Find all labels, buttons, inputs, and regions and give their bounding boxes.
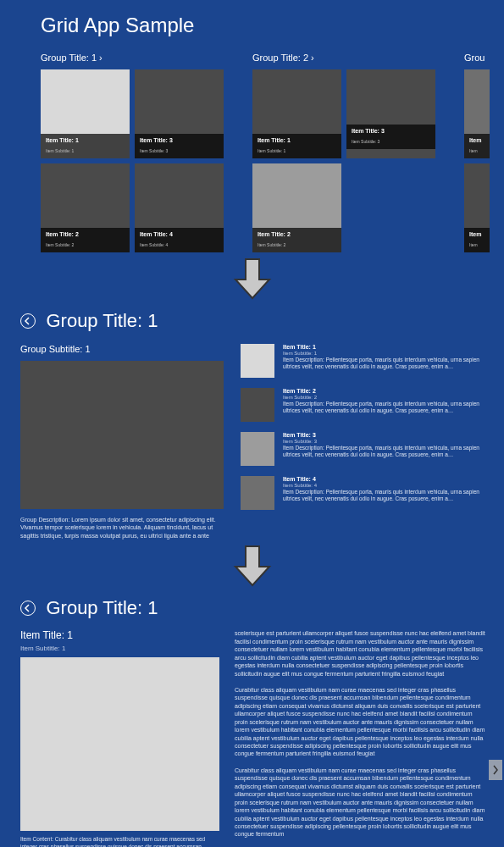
item-info: Item Title: 2 Item Subtitle: 2 Item Desc… [283,388,487,422]
grid-tile[interactable]: Item Title: 1 Item Subtitle: 1 [252,69,341,158]
tile-title: Item Title: 2 [258,231,336,237]
item-title: Item Title: 2 [283,388,487,394]
tile-title: Item [469,231,485,237]
item-subtitle: Item Subtitle: 2 [283,395,487,400]
item-paragraph: Curabitur class aliquam vestibulum nam c… [235,767,487,839]
group-subtitle: Group Subtitle: 1 [20,344,224,354]
tile-subtitle: Item [469,242,485,247]
group-header-1[interactable]: Group Title: 1 › [41,53,224,63]
tile-footer: Item Title: 2 Item Subtitle: 2 [41,228,130,252]
item-summary: Item Title: 1 Item Subtitle: 1 Item Cont… [20,629,219,847]
grid-tile[interactable]: Item Item [464,163,490,252]
grid-tile[interactable]: Item Title: 2 Item Subtitle: 2 [41,163,130,252]
tile-footer: Item Title: 3 Item Subtitle: 3 [346,125,435,149]
list-item[interactable]: Item Title: 4 Item Subtitle: 4 Item Desc… [241,476,487,510]
groups-row: Group Title: 1 › Item Title: 1 Item Subt… [41,53,504,252]
tile-footer: Item Title: 4 Item Subtitle: 4 [135,228,224,252]
tile-subtitle: Item Subtitle: 2 [46,242,125,247]
tile-title: Item Title: 1 [46,137,125,143]
tile-title: Item Title: 1 [258,137,336,143]
group-1: Group Title: 1 › Item Title: 1 Item Subt… [41,53,224,252]
tile-footer: Item Item [464,134,490,158]
grid-tile[interactable]: Item Title: 4 Item Subtitle: 4 [135,163,224,252]
arrow-left-icon [24,317,32,325]
group-3: Grou Item Item Item Item [464,53,490,252]
item-detail-group-title: Group Title: 1 [46,597,158,619]
tile-subtitle: Item Subtitle: 4 [140,242,219,247]
app-title: Grid App Sample [41,14,504,37]
item-subtitle: Item Subtitle: 1 [20,645,219,652]
list-item[interactable]: Item Title: 3 Item Subtitle: 3 Item Desc… [241,432,487,466]
grid-tile[interactable]: Item Item [464,69,490,158]
item-info: Item Title: 3 Item Subtitle: 3 Item Desc… [283,432,487,466]
tile-subtitle: Item [469,148,485,153]
item-paragraph: Curabitur class aliquam vestibulum nam c… [235,686,487,758]
list-item[interactable]: Item Title: 1 Item Subtitle: 1 Item Desc… [241,344,487,378]
grid-tile[interactable]: Item Title: 3 Item Subtitle: 3 [346,69,435,252]
group-image [20,361,224,509]
group-header-2[interactable]: Group Title: 2 › [252,53,435,63]
item-subtitle: Item Subtitle: 3 [283,439,487,444]
item-thumb [241,476,274,510]
item-title: Item Title: 3 [283,432,487,438]
group-3-grid: Item Item Item Item [464,69,490,252]
tile-subtitle: Item Subtitle: 1 [258,148,336,153]
tile-title: Item [469,137,485,143]
tile-subtitle: Item Subtitle: 1 [46,148,125,153]
tile-footer: Item Title: 1 Item Subtitle: 1 [41,134,130,158]
chevron-right-icon [492,765,499,775]
item-body-text: scelerisque est parturient ullamcorper a… [235,629,487,847]
grid-tile[interactable]: Item Title: 3 Item Subtitle: 3 [135,69,224,158]
item-subtitle: Item Subtitle: 1 [283,351,487,356]
tile-footer: Item Item [464,228,490,252]
group-1-grid: Item Title: 1 Item Subtitle: 1 Item Titl… [41,69,224,252]
item-paragraph: scelerisque est parturient ullamcorper a… [235,629,487,678]
tile-subtitle: Item Subtitle: 3 [140,148,219,153]
back-button[interactable] [20,313,36,329]
item-description: Item Description: Pellentesque porta, ma… [283,401,487,415]
tile-title: Item Title: 3 [140,137,219,143]
tile-title: Item Title: 2 [46,231,125,237]
item-thumb [241,432,274,466]
group-2: Group Title: 2 › Item Title: 1 Item Subt… [252,53,435,252]
tile-footer: Item Title: 2 Item Subtitle: 2 [252,228,341,252]
grid-tile[interactable]: Item Title: 2 Item Subtitle: 2 [252,163,341,252]
arrow-left-icon [24,604,32,612]
group-item-list: Item Title: 1 Item Subtitle: 1 Item Desc… [241,344,487,540]
group-summary: Group Subtitle: 1 Group Description: Lor… [20,344,224,540]
tile-title: Item Title: 4 [140,231,219,237]
grid-tile[interactable]: Item Title: 1 Item Subtitle: 1 [41,69,130,158]
item-description: Item Description: Pellentesque porta, ma… [283,357,487,371]
item-subtitle: Item Subtitle: 4 [283,483,487,488]
item-info: Item Title: 4 Item Subtitle: 4 Item Desc… [283,476,487,510]
tile-footer: Item Title: 3 Item Subtitle: 3 [135,134,224,158]
group-header-3[interactable]: Grou [464,53,490,63]
item-content-caption: Item Content: Curabitur class aliquam ve… [20,836,219,847]
tile-footer: Item Title: 1 Item Subtitle: 1 [252,134,341,158]
item-thumb [241,388,274,422]
item-title: Item Title: 1 [283,344,487,350]
back-button[interactable] [20,601,36,616]
item-title: Item Title: 1 [20,629,219,641]
group-description: Group Description: Lorem ipsum dolor sit… [20,516,224,540]
arrow-down-icon [0,545,504,587]
item-thumb [241,344,274,378]
item-info: Item Title: 1 Item Subtitle: 1 Item Desc… [283,344,487,378]
group-detail-title: Group Title: 1 [46,310,158,332]
list-item[interactable]: Item Title: 2 Item Subtitle: 2 Item Desc… [241,388,487,422]
item-title: Item Title: 4 [283,476,487,482]
item-description: Item Description: Pellentesque porta, ma… [283,445,487,459]
group-2-grid: Item Title: 1 Item Subtitle: 1 Item Titl… [252,69,435,252]
group-detail-screen: Group Title: 1 Group Subtitle: 1 Group D… [0,303,504,540]
next-item-button[interactable] [489,760,502,780]
item-image [20,657,219,831]
tile-subtitle: Item Subtitle: 3 [352,139,430,144]
tile-subtitle: Item Subtitle: 2 [258,242,336,247]
arrow-down-icon [0,257,504,300]
item-detail-screen: Group Title: 1 Item Title: 1 Item Subtit… [0,590,504,847]
tile-title: Item Title: 3 [352,128,430,134]
hub-screen: Grid App Sample Group Title: 1 › Item Ti… [0,0,504,252]
item-description: Item Description: Pellentesque porta, ma… [283,489,487,503]
